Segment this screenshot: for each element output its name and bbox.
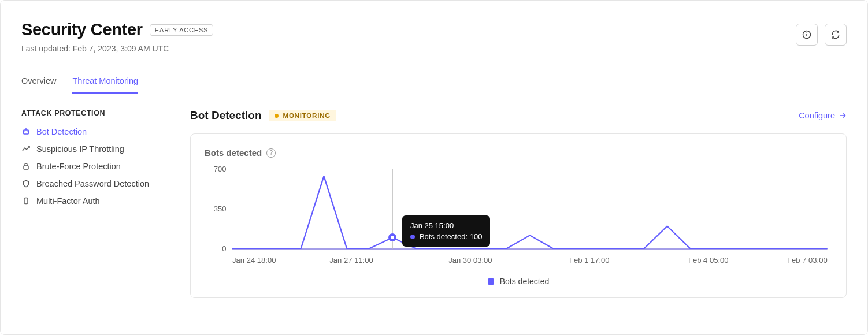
chart-hover-point xyxy=(388,233,396,241)
sidebar: ATTACK PROTECTION Bot Detection Suspicio… xyxy=(21,109,176,298)
svg-rect-3 xyxy=(24,130,29,134)
svg-point-2 xyxy=(806,32,807,33)
info-button[interactable] xyxy=(796,24,818,46)
card-title: Bots detected xyxy=(205,148,262,158)
status-badge: MONITORING xyxy=(269,110,337,121)
status-label: MONITORING xyxy=(283,112,331,119)
svg-text:0: 0 xyxy=(222,244,226,253)
chart-card: Bots detected ? 0350700Jan 24 18:00Jan 2… xyxy=(190,133,847,298)
refresh-button[interactable] xyxy=(825,24,847,46)
arrow-right-icon xyxy=(839,111,847,120)
svg-text:Jan 30 03:00: Jan 30 03:00 xyxy=(448,256,492,265)
svg-text:700: 700 xyxy=(214,165,227,173)
page-title: Security Center xyxy=(21,20,143,39)
svg-point-5 xyxy=(25,128,27,129)
configure-link[interactable]: Configure xyxy=(799,111,847,120)
sidebar-item-label: Bot Detection xyxy=(36,127,87,136)
shield-icon xyxy=(21,180,31,188)
info-icon xyxy=(802,30,811,39)
legend-label: Bots detected xyxy=(500,277,550,286)
svg-text:Jan 24 18:00: Jan 24 18:00 xyxy=(232,256,276,265)
sidebar-item-label: Multi-Factor Auth xyxy=(36,196,100,206)
sidebar-item-label: Brute-Force Protection xyxy=(36,162,121,171)
last-updated-text: Last updated: Feb 7, 2023, 3:09 AM UTC xyxy=(21,44,213,53)
svg-text:Feb 1 17:00: Feb 1 17:00 xyxy=(569,256,610,265)
svg-text:Feb 7 03:00: Feb 7 03:00 xyxy=(787,256,828,265)
sidebar-item-mfa[interactable]: Multi-Factor Auth xyxy=(21,192,176,210)
early-access-badge: EARLY ACCESS xyxy=(150,24,213,36)
sidebar-heading: ATTACK PROTECTION xyxy=(21,109,176,117)
phone-icon xyxy=(21,197,31,205)
svg-point-7 xyxy=(27,131,27,132)
lock-icon xyxy=(21,162,31,170)
sidebar-item-bot-detection[interactable]: Bot Detection xyxy=(21,123,176,140)
svg-point-6 xyxy=(24,131,25,132)
refresh-icon xyxy=(831,30,840,39)
sidebar-item-label: Breached Password Detection xyxy=(36,179,149,188)
svg-text:Jan 27 11:00: Jan 27 11:00 xyxy=(329,256,373,265)
svg-text:350: 350 xyxy=(214,204,227,213)
svg-rect-8 xyxy=(24,166,28,169)
sidebar-item-label: Suspicious IP Throttling xyxy=(36,144,124,154)
configure-label: Configure xyxy=(799,111,835,120)
help-icon[interactable]: ? xyxy=(266,148,276,158)
bot-icon xyxy=(21,128,31,136)
sidebar-item-breached-password[interactable]: Breached Password Detection xyxy=(21,175,176,192)
sidebar-item-suspicious-ip[interactable]: Suspicious IP Throttling xyxy=(21,140,176,158)
tabs: Overview Threat Monitoring xyxy=(1,69,867,94)
section-title: Bot Detection xyxy=(190,109,262,122)
sidebar-item-brute-force[interactable]: Brute-Force Protection xyxy=(21,158,176,175)
legend-swatch-icon xyxy=(488,278,494,285)
bots-line-chart[interactable]: 0350700Jan 24 18:00Jan 27 11:00Jan 30 03… xyxy=(205,165,832,269)
chart-container: 0350700Jan 24 18:00Jan 27 11:00Jan 30 03… xyxy=(205,165,832,269)
svg-text:Feb 4 05:00: Feb 4 05:00 xyxy=(688,256,729,265)
trend-icon xyxy=(21,145,31,153)
chart-legend: Bots detected xyxy=(205,277,832,286)
tab-threat-monitoring[interactable]: Threat Monitoring xyxy=(72,69,138,94)
tab-overview[interactable]: Overview xyxy=(21,69,56,94)
status-dot-icon xyxy=(275,114,279,118)
